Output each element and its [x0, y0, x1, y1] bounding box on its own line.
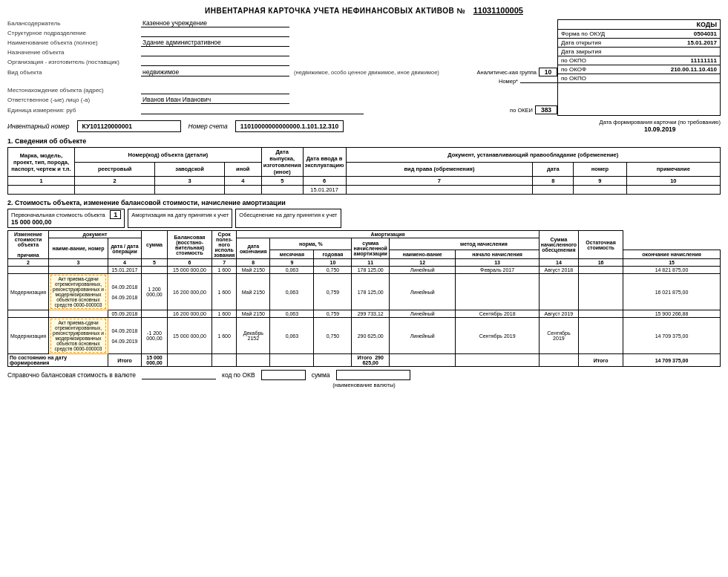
td-doc-naim-3 — [49, 310, 108, 318]
td-metod-n-2: Линейный — [389, 274, 456, 310]
td-srok-1: 1 600 — [212, 267, 237, 274]
th-nomer-kod: Номер(код) объекта (детали) — [75, 148, 262, 163]
td-god-2: 0,759 — [314, 274, 352, 310]
th-n9: 9 — [270, 259, 314, 267]
td-metod-nach-2 — [456, 274, 539, 310]
code-row-data-otkr: Дата открытия 15.01.2017 — [558, 39, 720, 48]
td-mes-3: 0,063 — [270, 310, 314, 318]
th-amort-data-ok: дата окончания — [237, 238, 270, 259]
code-label-okud: Форма по ОКУД — [561, 30, 658, 37]
label-okei: по ОКЕИ — [510, 107, 533, 114]
th-balansovaya-head: Балансовая (восстано-вительная) стоимост… — [168, 231, 212, 259]
value-strukturnoe — [141, 29, 289, 37]
td-bal-2: 16 200 000,00 — [168, 274, 212, 310]
section1-title: 1. Сведения об объекте — [7, 137, 721, 145]
td-amort-s-2: 178 125,00 — [352, 274, 390, 310]
data-formirovaniya-label: Дата формирования карточки (по требовани… — [600, 119, 721, 125]
th-dokument-head: документ — [49, 231, 142, 238]
value-edinica — [141, 106, 364, 114]
td-data-dok — [533, 186, 574, 195]
td-summa-1 — [142, 267, 168, 274]
th-num7: 7 — [346, 177, 533, 186]
footer-itogo-label: Итого — [108, 354, 142, 367]
footer-empty8 — [539, 354, 578, 367]
td-metod-n-3: Линейный — [389, 310, 456, 318]
th-mes: месячная — [270, 250, 314, 259]
td-zavodskoy — [155, 186, 224, 195]
cost-block-1: Первоначальная стоимость объекта 1 15 00… — [7, 209, 125, 228]
value-okei: 383 — [535, 105, 557, 114]
value-naznachenie — [141, 48, 289, 56]
cost-val-3 — [239, 218, 337, 226]
amort-table: Изменение стоимости объектапричина докум… — [7, 230, 721, 367]
cost-num-1: 1 — [110, 210, 121, 219]
td-doc-data-3: 05.09.2018 — [108, 310, 142, 318]
footer-itogo-amort-label: Итого 290 625,00 — [352, 354, 390, 367]
document-number: 11031100005 — [473, 6, 523, 15]
td-data-vyp — [261, 186, 303, 195]
th-n11: 11 — [352, 259, 390, 267]
field-naim-polnoe: Наименование объекта (полное) Здание адм… — [7, 39, 557, 47]
bottom-summa-box — [336, 370, 410, 380]
code-label-data-zakr: Дата закрытия — [561, 48, 658, 55]
data-formirovaniya-block: Дата формирования карточки (по требовани… — [600, 119, 721, 133]
td-doc-data-2: 04.09.201804.09.2018 — [108, 274, 142, 310]
th-amort-head: Амортизация — [237, 231, 539, 238]
value-nomer — [520, 82, 557, 83]
th-summa-head: сумма — [142, 231, 168, 259]
td-prichina-4: Модернизация — [8, 318, 49, 354]
code-val-data-zakr — [658, 48, 717, 55]
th-n14: 14 — [539, 259, 578, 267]
footer-label: По состоянию на дату формирования — [8, 354, 108, 367]
td-data-vvod: 15.01.2017 — [303, 186, 346, 195]
field-edinica-okei: Единица измерения: руб по ОКЕИ 383 — [7, 105, 557, 114]
footer-empty4 — [270, 354, 314, 367]
td-mes-2: 0,063 — [270, 274, 314, 310]
th-n6: 6 — [168, 259, 212, 267]
th-num6: 6 — [303, 177, 346, 186]
code-label-okof: по ОКОФ — [561, 66, 658, 73]
th-n3: 3 — [49, 259, 108, 267]
th-ostatochnaya-head: Остаточная стоимость — [579, 231, 623, 259]
label-strukturnoe: Структурное подразделение — [7, 30, 141, 36]
code-val-data-otkr: 15.01.2017 — [658, 39, 717, 46]
field-strukturnoe: Структурное подразделение — [7, 29, 557, 37]
bottom-naim: (наименование валюты) — [7, 382, 721, 388]
th-num8: 8 — [533, 177, 574, 186]
label-otvetstvennoe-lico: Ответственное (-ые) лицо (-а) — [7, 97, 141, 103]
th-marka: Марка, модель, проект, тип, порода, пасп… — [8, 148, 75, 177]
value-balansoderzatel: Казенное учреждение — [141, 19, 289, 27]
th-n4: 4 — [108, 259, 142, 267]
footer-itogo-summa: 15 000 000,00 — [142, 354, 168, 367]
value-mestopolozhenie — [141, 86, 289, 94]
field-mestopolozhenie: Местонахождение объекта (адрес) — [7, 86, 557, 94]
cost-blocks: Первоначальная стоимость объекта 1 15 00… — [7, 209, 721, 228]
td-ost-3: 15 900 266,88 — [623, 310, 721, 318]
th-num1: 1 — [8, 177, 75, 186]
value-vid-obekta: недвижимое — [141, 68, 289, 76]
td-metod-n-1: Линейный — [389, 267, 456, 274]
td-ost-4: 14 709 375,00 — [623, 318, 721, 354]
code-row-okud: Форма по ОКУД 0504031 — [558, 30, 720, 39]
section1-table: Марка, модель, проект, тип, порода, пасп… — [7, 147, 721, 195]
th-n10: 10 — [314, 259, 352, 267]
td-obesc-2 — [579, 274, 623, 310]
th-primechanie: примечание — [626, 162, 720, 177]
td-ost-1: 14 821 875,00 — [623, 267, 721, 274]
th-data-vvoda: Дата ввода в эксплуатацию — [303, 148, 346, 177]
vid-subtitle: (недвижимое, особо ценное движимое, иное… — [294, 69, 439, 76]
td-doc-naim-4: Акт приема-сдачи отремонтированных, реко… — [49, 318, 108, 354]
footer-empty7 — [456, 354, 539, 367]
th-n8: 8 — [237, 259, 270, 267]
th-num2: 2 — [75, 177, 155, 186]
td-amort-s-3: 299 733,12 — [352, 310, 390, 318]
code-val-okof: 210.00.11.10.410 — [658, 66, 717, 73]
bottom-kod-label: код по ОКВ — [222, 371, 255, 379]
footer-itogo-ost: 14 709 375,00 — [623, 354, 721, 367]
value-naim-polnoe: Здание административное — [141, 39, 289, 47]
th-n2: 2 — [8, 259, 49, 267]
label-nomer-right: Номер* — [499, 78, 518, 85]
td-doc-data-4: 04.09.201804.09.2019 — [108, 318, 142, 354]
code-row-data-zakr: Дата закрытия — [558, 48, 720, 56]
cost-label-1: Первоначальная стоимость объекта — [11, 212, 105, 218]
